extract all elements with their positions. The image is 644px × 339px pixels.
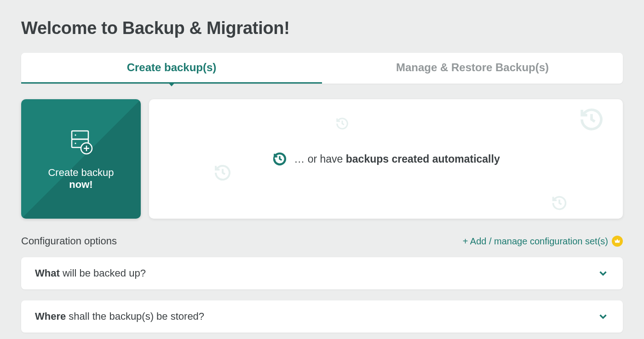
accordion-what-bold: What [35,267,60,279]
history-icon [335,117,349,130]
accordion-what-label: What will be backed up? [35,267,146,279]
history-icon [551,195,568,211]
config-options-label: Configuration options [21,235,117,247]
auto-backup-label: … or have backups created automatically [272,151,500,167]
svg-point-2 [75,134,76,136]
accordion-where-stored[interactable]: Where shall the backup(s) be stored? [21,300,623,333]
tab-create-backups[interactable]: Create backup(s) [21,53,322,84]
accordion-where-label: Where shall the backup(s) be stored? [35,311,204,322]
history-icon [272,151,288,167]
history-icon [213,164,232,182]
server-plus-icon [66,127,96,158]
accordion-what-backed-up[interactable]: What will be backed up? [21,257,623,289]
page-title: Welcome to Backup & Migration! [21,18,623,38]
tab-bar: Create backup(s) Manage & Restore Backup… [21,53,623,84]
chevron-down-icon [597,267,609,279]
config-header: Configuration options + Add / manage con… [21,235,623,247]
crown-icon [612,236,623,247]
backup-action-row: Create backup now! … or have backups cre… [21,99,623,219]
accordion-what-rest: will be backed up? [60,267,146,279]
chevron-down-icon [597,311,609,322]
accordion-where-rest: shall the backup(s) be stored? [66,311,204,322]
auto-backup-prefix: … or have [294,153,346,165]
add-manage-config-text: + Add / manage configuration set(s) [463,236,608,247]
create-backup-label-line2: now! [69,179,92,191]
accordion-where-bold: Where [35,311,66,322]
create-backup-now-button[interactable]: Create backup now! [21,99,141,219]
history-icon [579,107,604,132]
svg-point-3 [75,142,76,144]
tab-manage-restore[interactable]: Manage & Restore Backup(s) [322,53,623,84]
create-backup-label-line1: Create backup [48,167,114,179]
add-manage-config-link[interactable]: + Add / manage configuration set(s) [463,236,623,247]
auto-backup-bold: backups created automatically [346,153,500,165]
svg-rect-0 [72,131,88,139]
auto-backup-card[interactable]: … or have backups created automatically [149,99,623,219]
